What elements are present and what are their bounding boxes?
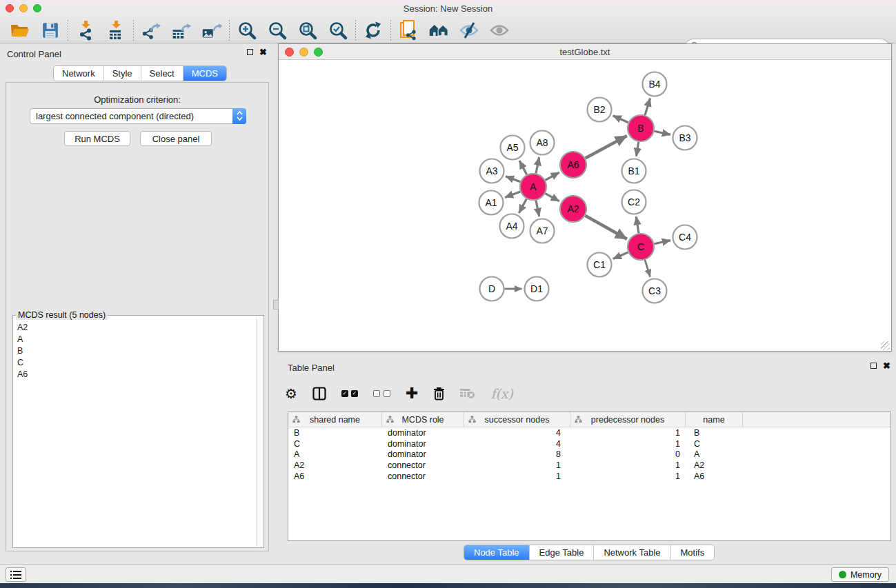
network-node[interactable]: A2 bbox=[560, 196, 586, 222]
network-edge[interactable] bbox=[536, 157, 539, 173]
table-row[interactable]: Adominator80A bbox=[288, 449, 890, 460]
network-node[interactable]: A4 bbox=[500, 214, 524, 239]
network-edge[interactable] bbox=[505, 192, 520, 197]
network-edge[interactable] bbox=[585, 216, 627, 239]
open-session-icon[interactable] bbox=[10, 20, 30, 41]
network-edge[interactable] bbox=[655, 131, 671, 134]
export-image-icon[interactable] bbox=[201, 20, 222, 41]
zoom-in-icon[interactable] bbox=[237, 20, 257, 41]
table-row[interactable]: Cdominator41C bbox=[288, 438, 890, 449]
network-node[interactable]: A3 bbox=[480, 159, 504, 183]
network-edge[interactable] bbox=[636, 216, 639, 233]
hide-selected-icon[interactable] bbox=[459, 20, 479, 41]
mcds-result-item[interactable]: A6 bbox=[14, 368, 255, 380]
table-tab-node-table[interactable]: Node Table bbox=[464, 545, 529, 560]
export-table-icon[interactable] bbox=[171, 20, 192, 41]
network-edge[interactable] bbox=[536, 201, 539, 216]
network-edge[interactable] bbox=[546, 194, 559, 201]
float-panel-icon[interactable] bbox=[247, 49, 253, 55]
export-network-icon[interactable] bbox=[141, 20, 161, 41]
network-edge[interactable] bbox=[519, 161, 527, 174]
network-node[interactable]: B1 bbox=[622, 159, 646, 183]
network-edge[interactable] bbox=[645, 99, 650, 115]
tab-mcds[interactable]: MCDS bbox=[183, 66, 226, 81]
save-session-icon[interactable] bbox=[40, 20, 61, 41]
add-column-icon[interactable]: ✚ bbox=[406, 387, 418, 401]
run-mcds-button[interactable]: Run MCDS bbox=[64, 131, 130, 146]
result-scrollbar[interactable] bbox=[256, 316, 263, 547]
network-node[interactable]: B3 bbox=[673, 126, 697, 150]
zoom-out-icon[interactable] bbox=[267, 20, 288, 41]
network-node[interactable]: C1 bbox=[588, 253, 612, 277]
network-edge[interactable] bbox=[645, 260, 650, 276]
zoom-fit-icon[interactable] bbox=[297, 20, 318, 41]
network-edge[interactable] bbox=[586, 136, 627, 159]
mcds-result-item[interactable]: A2 bbox=[14, 321, 255, 333]
import-table-icon[interactable] bbox=[106, 20, 126, 41]
column-header-shared-name[interactable]: shared name bbox=[288, 412, 382, 427]
mcds-result-item[interactable]: A bbox=[14, 333, 255, 345]
network-from-selection-icon[interactable] bbox=[398, 20, 419, 41]
select-all-rows-icon[interactable] bbox=[341, 390, 358, 397]
network-node[interactable]: A7 bbox=[530, 219, 555, 243]
network-node[interactable]: B4 bbox=[643, 72, 667, 97]
criterion-select[interactable]: largest connected component (directed) bbox=[30, 108, 246, 124]
column-header-MCDS-role[interactable]: MCDS role bbox=[382, 412, 464, 427]
column-header-name[interactable]: name bbox=[686, 412, 743, 427]
network-canvas[interactable]: B4B2BB3A8A5A6A3B1AC2A1A2A4A7C4CC1DD1C3 bbox=[279, 60, 890, 351]
network-node[interactable]: C4 bbox=[673, 225, 697, 250]
network-edge[interactable] bbox=[613, 252, 628, 259]
table-row[interactable]: A2connector11A2 bbox=[288, 460, 890, 471]
column-header-successor-nodes[interactable]: successor nodes bbox=[464, 412, 570, 427]
tab-network[interactable]: Network bbox=[54, 66, 103, 81]
tab-style[interactable]: Style bbox=[103, 66, 141, 81]
delete-column-icon[interactable] bbox=[433, 387, 445, 401]
network-edge[interactable] bbox=[506, 176, 520, 182]
refresh-view-icon[interactable] bbox=[363, 20, 384, 41]
task-history-button[interactable] bbox=[6, 567, 26, 582]
show-all-icon[interactable] bbox=[489, 20, 510, 41]
network-node[interactable]: C3 bbox=[643, 279, 667, 303]
network-node[interactable]: A1 bbox=[479, 191, 504, 215]
network-edge[interactable] bbox=[546, 172, 559, 180]
split-divider-handle[interactable] bbox=[273, 300, 279, 310]
network-edge[interactable] bbox=[613, 116, 628, 123]
network-node[interactable]: D1 bbox=[525, 277, 549, 301]
resize-grip-icon[interactable] bbox=[881, 341, 890, 350]
deselect-all-rows-icon[interactable] bbox=[373, 390, 390, 397]
table-tab-edge-table[interactable]: Edge Table bbox=[529, 545, 594, 560]
table-tab-network-table[interactable]: Network Table bbox=[593, 545, 670, 560]
minimize-window-button[interactable] bbox=[19, 4, 28, 12]
tab-select[interactable]: Select bbox=[141, 66, 183, 81]
table-row[interactable]: A6connector11A6 bbox=[288, 471, 890, 482]
network-node[interactable]: B2 bbox=[588, 98, 612, 122]
zoom-selected-icon[interactable] bbox=[328, 20, 348, 41]
import-network-icon[interactable] bbox=[75, 20, 96, 41]
table-settings-icon[interactable]: ⚙ bbox=[285, 387, 297, 401]
network-node[interactable]: A8 bbox=[530, 131, 555, 155]
maximize-window-button[interactable] bbox=[33, 4, 41, 12]
network-node[interactable]: C2 bbox=[622, 190, 646, 214]
column-header-predecessor-nodes[interactable]: predecessor nodes bbox=[570, 412, 686, 427]
network-node[interactable]: A bbox=[520, 174, 546, 200]
table-close-panel-icon[interactable]: ✖ bbox=[883, 363, 890, 369]
network-edge[interactable] bbox=[655, 241, 671, 244]
close-panel-icon[interactable]: ✖ bbox=[259, 49, 267, 55]
network-maximize-button[interactable] bbox=[314, 48, 323, 57]
close-window-button[interactable] bbox=[6, 4, 14, 12]
network-close-button[interactable] bbox=[285, 48, 294, 57]
memory-button[interactable]: Memory bbox=[831, 567, 889, 582]
network-node[interactable]: A5 bbox=[501, 136, 525, 160]
network-node[interactable]: A6 bbox=[560, 152, 586, 178]
network-node[interactable]: B bbox=[628, 115, 654, 141]
close-panel-button[interactable]: Close panel bbox=[140, 131, 212, 146]
network-node[interactable]: C bbox=[628, 234, 654, 260]
network-edge[interactable] bbox=[519, 199, 526, 214]
network-edge[interactable] bbox=[636, 142, 638, 156]
recent-sessions-icon[interactable] bbox=[428, 20, 449, 41]
table-tab-motifs[interactable]: Motifs bbox=[670, 545, 715, 560]
column-visibility-icon[interactable] bbox=[312, 387, 326, 401]
mcds-result-item[interactable]: B bbox=[14, 345, 255, 356]
mcds-result-item[interactable]: C bbox=[14, 356, 255, 368]
table-float-panel-icon[interactable] bbox=[870, 363, 877, 369]
